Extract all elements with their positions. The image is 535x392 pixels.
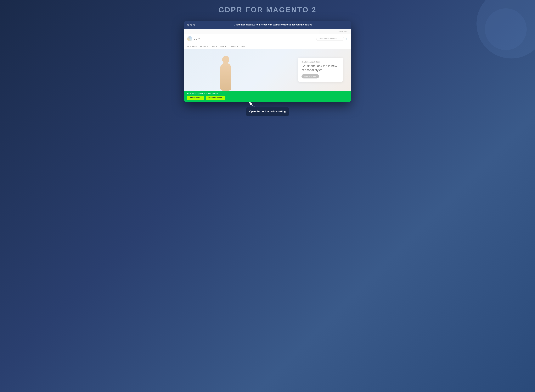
menu-men[interactable]: Men ∨ — [212, 45, 217, 47]
cookies-settings-button[interactable]: Cookies Settings — [206, 96, 225, 100]
browser-dot-2 — [190, 24, 192, 26]
hero-card-subtitle: New Luma Yoga Collection — [302, 61, 339, 63]
hero-card-title: Get fit and look fab in new seasonal sty… — [302, 64, 339, 72]
menu-sale[interactable]: Sale — [241, 45, 245, 47]
site-top-bar-text: Loading store... — [338, 30, 348, 32]
luma-search-area: Search entire store here... 🛒 — [316, 37, 348, 41]
hero-figure — [212, 52, 240, 91]
open-cookie-tooltip: Open the cookie policy setting — [246, 107, 289, 116]
luma-logo: LUMA — [187, 36, 203, 41]
hero-card-button[interactable]: Shop New Yoga — [302, 74, 319, 79]
search-box[interactable]: Search entire store here... — [316, 37, 344, 41]
hero-figure-head — [222, 56, 229, 64]
menu-women[interactable]: Women ∨ — [200, 45, 208, 47]
site-top-bar: Loading store... — [184, 29, 351, 34]
browser-window: Customer disallow to interact with websi… — [184, 21, 351, 102]
browser-chrome: Customer disallow to interact with websi… — [184, 21, 351, 29]
menu-gear[interactable]: Gear ∨ — [220, 45, 226, 47]
luma-menu: What's New Women ∨ Men ∨ Gear ∨ Training… — [184, 44, 351, 49]
cart-icon: 🛒 — [346, 38, 348, 40]
page-title: GDPR FOR MAGENTO 2 — [218, 5, 317, 14]
browser-title: Customer disallow to interact with websi… — [198, 23, 348, 26]
luma-hero: New Luma Yoga Collection Get fit and loo… — [184, 49, 351, 91]
menu-training[interactable]: Training ∨ — [230, 45, 238, 47]
luma-nav: LUMA Search entire store here... 🛒 — [184, 34, 351, 44]
cookie-consent-bar: Read and accept the terms and conditions… — [184, 91, 351, 102]
below-browser-area: Open the cookie policy setting — [184, 102, 351, 127]
browser-dot-3 — [193, 24, 195, 26]
menu-whats-new[interactable]: What's New — [187, 45, 197, 47]
luma-logo-icon — [187, 36, 192, 41]
browser-dot-1 — [187, 24, 189, 26]
cookie-bar-buttons: Allow Cookies Cookies Settings — [187, 96, 348, 100]
hero-figure-body — [220, 63, 231, 91]
website-frame: Loading store... LUMA Search entire stor… — [184, 29, 351, 102]
hero-card: New Luma Yoga Collection Get fit and loo… — [298, 58, 343, 82]
browser-dots — [187, 24, 195, 26]
allow-cookies-button[interactable]: Allow Cookies — [187, 96, 204, 100]
luma-logo-text: LUMA — [194, 37, 203, 40]
cookie-bar-text: Read and accept the terms and conditions — [187, 93, 348, 94]
